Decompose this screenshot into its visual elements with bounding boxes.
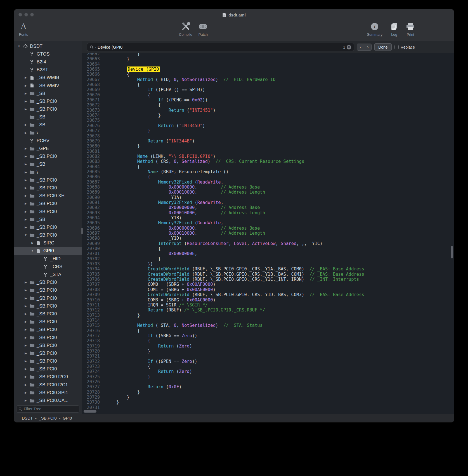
tree-item[interactable]: ▶_SB.PCI0 xyxy=(14,318,82,326)
tree-item[interactable]: ▶_SB.PCI0 xyxy=(14,334,82,341)
tree-item[interactable]: ▶_SB.PCI0.XH... xyxy=(14,192,82,200)
search-menu-chevron-icon[interactable]: ▾ xyxy=(95,46,96,48)
disclosure-triangle-icon[interactable]: ▶ xyxy=(23,108,29,111)
horizontal-scrollbar-thumb[interactable] xyxy=(84,410,96,413)
disclosure-triangle-icon[interactable]: ▶ xyxy=(23,210,29,213)
disclosure-triangle-icon[interactable]: ▶ xyxy=(23,76,29,79)
code-line[interactable]: COM1 = (SBRG + 0x00AE0000) xyxy=(106,287,454,292)
breadcrumb-item[interactable]: _SB.PCI0 xyxy=(39,416,57,420)
tree-item[interactable]: ▶\ xyxy=(14,168,82,176)
code-line[interactable]: If ((PCHG == 0x02)) xyxy=(106,97,454,103)
code-line[interactable]: CreateDWordField (RBUF, \_SB.PCI0.GPI0._… xyxy=(106,266,454,272)
disclosure-triangle-icon[interactable]: ▶ xyxy=(23,297,29,300)
tree-item[interactable]: ▶_SB.PCI0 xyxy=(14,200,82,208)
disclosure-triangle-icon[interactable]: ▶ xyxy=(23,352,29,355)
compile-button[interactable]: Compile xyxy=(179,22,192,37)
code-line[interactable]: } xyxy=(106,390,454,395)
tree-item[interactable]: PCHV xyxy=(14,137,82,144)
code-line[interactable]: CreateDWordField (RBUF, \_SB.PCI0.GPI0._… xyxy=(106,277,454,282)
patch-button[interactable]: Patch xyxy=(198,22,208,37)
code-line[interactable]: COM3 = (SBRG + 0x00AC0000) xyxy=(106,298,454,303)
code-line[interactable]: Interrupt (ResourceConsumer, Level, Acti… xyxy=(106,241,454,246)
code-line[interactable]: } xyxy=(106,53,454,56)
code-line[interactable]: Return ("INT345D") xyxy=(106,123,454,128)
code-line[interactable]: Method (_STA, 0, NotSerialized) // _STA:… xyxy=(106,323,454,328)
disclosure-triangle-icon[interactable]: ▶ xyxy=(23,399,29,402)
tree-item[interactable]: ▶\ xyxy=(14,129,82,137)
code-line[interactable]: Method (_CRS, 0, Serialized) // _CRS: Cu… xyxy=(106,159,454,164)
code-line[interactable]: 0x00010000, // Address Length xyxy=(106,231,454,236)
disclosure-triangle-icon[interactable]: ▶ xyxy=(23,375,29,378)
tree-item[interactable]: ▶SIRC xyxy=(14,239,82,247)
code-line[interactable]: { xyxy=(106,174,454,179)
code-line[interactable]: Memory32Fixed (ReadWrite, xyxy=(106,180,454,185)
code-line[interactable]: Return (Zero) xyxy=(106,369,454,374)
disclosure-triangle-icon[interactable]: ▶ xyxy=(23,147,29,150)
disclosure-triangle-icon[interactable]: ▶ xyxy=(23,336,29,339)
tree-item[interactable]: ▶_SB.PCI0 xyxy=(14,105,82,113)
code-line[interactable]: Return (0x0F) xyxy=(106,384,454,389)
code-line[interactable] xyxy=(106,379,454,384)
tree-item[interactable]: ▶_SB.PCI0 xyxy=(14,349,82,357)
code-line[interactable]: { xyxy=(106,246,454,251)
code-line[interactable] xyxy=(106,354,454,359)
titlebar[interactable]: dsdt.aml xyxy=(14,9,454,20)
code-line[interactable] xyxy=(106,118,454,123)
code-line[interactable]: } xyxy=(106,313,454,318)
disclosure-triangle-icon[interactable]: ▶ xyxy=(23,289,29,292)
code-line[interactable]: If ((SBRG == Zero)) xyxy=(106,333,454,338)
tree-item[interactable]: _SB xyxy=(14,113,82,121)
disclosure-triangle-icon[interactable]: ▶ xyxy=(23,178,29,182)
tree-item[interactable]: ▶_SB.PCI0 xyxy=(14,341,82,349)
code-line[interactable]: { xyxy=(106,92,454,97)
code-line[interactable]: CreateDWordField (RBUF, \_SB.PCI0.GPI0._… xyxy=(106,292,454,297)
disclosure-triangle-icon[interactable]: ▶ xyxy=(23,218,29,221)
code-line[interactable]: 0x00000000, // Address Base xyxy=(106,226,454,231)
vertical-scrollbar-thumb[interactable] xyxy=(451,246,453,258)
log-button[interactable]: Log xyxy=(390,22,398,37)
code-line[interactable]: { xyxy=(106,328,454,333)
code-line[interactable]: { xyxy=(106,164,454,169)
disclosure-triangle-icon[interactable]: ▼ xyxy=(30,249,35,252)
disclosure-triangle-icon[interactable]: ▶ xyxy=(23,194,29,197)
code-line[interactable]: Device (GPI0 xyxy=(106,67,454,72)
minimize-button[interactable] xyxy=(24,13,28,16)
disclosure-triangle-icon[interactable]: ▼ xyxy=(16,45,22,48)
code-line[interactable]: Return ("INT3451") xyxy=(106,108,454,113)
tree-item[interactable]: ▶_SB.PCI0 xyxy=(14,97,82,105)
summary-button[interactable]: i Summary xyxy=(367,22,382,37)
code-line[interactable]: _Y1A) xyxy=(106,195,454,200)
disclosure-triangle-icon[interactable]: ▶ xyxy=(23,391,29,394)
tree-item[interactable]: ▶_SB.PCI0 xyxy=(14,176,82,184)
zoom-button[interactable] xyxy=(30,13,34,16)
tree-item[interactable]: ▶_SB.PCI0 xyxy=(14,208,82,215)
tree-item[interactable]: ▶_SB xyxy=(14,215,82,223)
breadcrumb-item[interactable]: DSDT xyxy=(22,416,33,420)
tree-item[interactable]: ▼_SB.PCI0 xyxy=(14,231,82,239)
tree-item[interactable]: ▶_SB xyxy=(14,121,82,129)
disclosure-triangle-icon[interactable]: ▼ xyxy=(23,234,29,237)
code-line[interactable]: } xyxy=(106,56,454,61)
tree-item[interactable]: ▶_SB xyxy=(14,160,82,168)
disclosure-triangle-icon[interactable]: ▶ xyxy=(23,155,29,158)
code-line[interactable]: CreateDWordField (RBUF, \_SB.PCI0.GPI0._… xyxy=(106,272,454,277)
code-line[interactable]: Memory32Fixed (ReadWrite, xyxy=(106,220,454,225)
code-line[interactable]: If ((GPEN == Zero)) xyxy=(106,359,454,364)
close-button[interactable] xyxy=(18,13,22,16)
tree-item[interactable]: ▶_SB.PCI0 xyxy=(14,294,82,302)
tree-item[interactable]: B2I4 xyxy=(14,58,82,66)
disclosure-triangle-icon[interactable]: ▶ xyxy=(23,344,29,347)
code-line[interactable]: _Y1D) xyxy=(106,236,454,241)
code-line[interactable]: { xyxy=(106,72,454,77)
code-line[interactable]: Name (LINK, "\\_SB.PCI0.GPI0") xyxy=(106,154,454,159)
code-line[interactable]: Return (Zero) xyxy=(106,344,454,349)
code-line[interactable] xyxy=(106,318,454,323)
search-input[interactable]: ▾ Device (GPI0 1 ✕ xyxy=(87,43,354,51)
disclosure-triangle-icon[interactable]: ▶ xyxy=(23,226,29,229)
disclosure-triangle-icon[interactable]: ▶ xyxy=(23,100,29,103)
sidebar-resize-handle[interactable] xyxy=(81,228,83,234)
tree-item[interactable]: ▼DSDT xyxy=(14,42,82,50)
disclosure-triangle-icon[interactable]: ▶ xyxy=(23,304,29,308)
tree-item[interactable]: GTOS xyxy=(14,50,82,58)
tree-item[interactable]: ▶_SB.PCI0 xyxy=(14,326,82,334)
